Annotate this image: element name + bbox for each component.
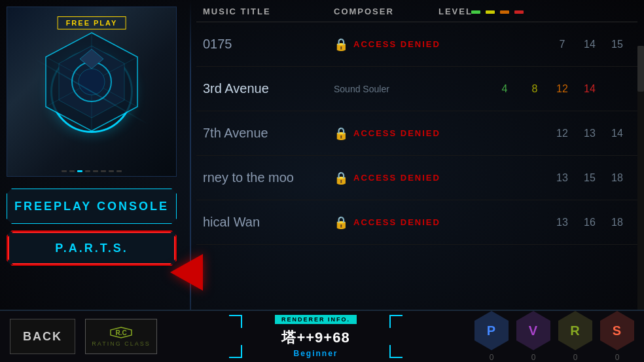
corner-deco-tl xyxy=(389,315,402,328)
dot-5 xyxy=(93,170,98,172)
red-arrow-icon xyxy=(170,254,203,291)
album-art: FREE PLAY xyxy=(7,7,177,177)
level-0175-2: 14 xyxy=(576,39,603,50)
access-denied-block-hical-wan: 🔒 ACCESS DENIED xyxy=(334,215,548,230)
freeplay-console-button[interactable]: FREEPLAY CONSOLE xyxy=(7,189,177,224)
table-header: MUSIC TITLE COMPOSER LEVEL xyxy=(196,0,637,22)
center-value: 塔++9+68 xyxy=(281,328,349,348)
level-3rd-avenue-4: 14 xyxy=(576,83,603,95)
song-row-journey[interactable]: rney to the moo 🔒 ACCESS DENIED 13 15 18 xyxy=(196,156,637,200)
right-panel: MUSIC TITLE COMPOSER LEVEL 0175 xyxy=(190,0,644,310)
rating-emblem-icon: R.C xyxy=(108,326,134,339)
nav-buttons: FREEPLAY CONSOLE P.A.R.T.S. xyxy=(7,189,183,266)
scrollbar-thumb[interactable] xyxy=(637,46,644,92)
level-7th-avenue-3: 14 xyxy=(603,128,631,139)
level-header: LEVEL xyxy=(438,7,471,22)
level-hical-wan-1: 13 xyxy=(548,217,576,228)
song-title-journey: rney to the moo xyxy=(203,170,334,185)
svg-point-7 xyxy=(79,69,105,95)
song-list: 0175 🔒 ACCESS DENIED 7 14 15 3rd Avenue … xyxy=(196,22,637,310)
rating-class-panel[interactable]: R.C RATING CLASS xyxy=(85,319,157,354)
level-journey-3: 18 xyxy=(603,172,631,184)
album-art-svg xyxy=(13,13,170,170)
stat-r: R 0 xyxy=(558,311,592,362)
center-info: RENDERER INFO. 塔++9+68 Beginner xyxy=(167,315,465,358)
level-hical-wan-2: 16 xyxy=(576,217,603,228)
composer-3rd-avenue: Sound Souler xyxy=(334,84,488,94)
level-3rd-avenue-1: 4 xyxy=(488,83,521,95)
song-title-hical-wan: hical Wan xyxy=(203,215,334,230)
music-title-header: MUSIC TITLE xyxy=(203,7,334,22)
access-denied-block-journey: 🔒 ACCESS DENIED xyxy=(334,171,548,185)
center-sub: Beginner xyxy=(293,349,338,358)
composer-header: COMPOSER xyxy=(334,7,438,22)
access-denied-text-hical-wan: ACCESS DENIED xyxy=(353,217,440,227)
hex-p-count: 0 xyxy=(490,353,494,362)
song-row-3rd-avenue[interactable]: 3rd Avenue Sound Souler 4 8 12 14 xyxy=(196,67,637,111)
corner-deco-bl xyxy=(389,345,402,358)
top-area: FREE PLAY xyxy=(0,0,644,310)
level-journey-2: 15 xyxy=(576,172,603,184)
dot-1 xyxy=(62,170,67,172)
dot-6 xyxy=(101,170,106,172)
level-7th-avenue-2: 13 xyxy=(576,128,603,139)
left-panel: FREE PLAY xyxy=(0,0,190,310)
parts-button[interactable]: P.A.R.T.S. xyxy=(7,230,177,266)
song-title-3rd-avenue: 3rd Avenue xyxy=(203,81,334,96)
song-row-hical-wan[interactable]: hical Wan 🔒 ACCESS DENIED 13 16 18 xyxy=(196,200,637,245)
scrollbar-track[interactable] xyxy=(637,46,644,310)
renderer-badge: RENDERER INFO. xyxy=(275,315,357,324)
level-0175-1: 7 xyxy=(548,39,576,50)
level-color-row xyxy=(471,7,581,19)
level-3rd-avenue-3: 12 xyxy=(548,83,576,95)
level-journey-1: 13 xyxy=(548,172,576,184)
level-7th-avenue-1: 12 xyxy=(548,128,576,139)
hex-s-shape: S xyxy=(600,311,634,350)
corner-deco-br xyxy=(229,345,242,358)
stat-p: P 0 xyxy=(474,311,509,362)
song-title-0175: 0175 xyxy=(203,37,334,52)
hex-p-shape: P xyxy=(474,311,509,350)
rating-class-label: RATING CLASS xyxy=(92,340,150,347)
level-0175-3: 15 xyxy=(603,39,631,50)
lock-icon-hical-wan: 🔒 xyxy=(334,215,348,230)
hex-v-shape: V xyxy=(516,311,550,350)
stat-v: V 0 xyxy=(516,311,550,362)
lock-icon-journey: 🔒 xyxy=(334,171,348,185)
stats-area: P 0 V 0 R 0 S 0 xyxy=(474,311,634,362)
dot-7 xyxy=(109,170,114,172)
song-title-7th-avenue: 7th Avenue xyxy=(203,126,334,141)
level-3rd-avenue-2: 8 xyxy=(521,83,548,95)
svg-text:R.C: R.C xyxy=(115,329,126,336)
access-denied-block-7th-avenue: 🔒 ACCESS DENIED xyxy=(334,126,548,141)
song-row-0175[interactable]: 0175 🔒 ACCESS DENIED 7 14 15 xyxy=(196,22,637,67)
level-hical-wan-3: 18 xyxy=(603,217,631,228)
hex-r-count: 0 xyxy=(573,353,578,362)
access-denied-text-journey: ACCESS DENIED xyxy=(353,173,440,183)
bottom-bar: BACK R.C RATING CLASS RENDERER INFO. 塔++… xyxy=(0,310,644,362)
access-denied-block-0175: 🔒 ACCESS DENIED xyxy=(334,37,548,52)
hex-s-count: 0 xyxy=(615,353,620,362)
lock-icon-0175: 🔒 xyxy=(334,37,348,52)
arrow-indicator xyxy=(170,254,203,291)
song-row-7th-avenue[interactable]: 7th Avenue 🔒 ACCESS DENIED 12 13 14 xyxy=(196,111,637,156)
back-button[interactable]: BACK xyxy=(10,319,75,354)
stat-s: S 0 xyxy=(600,311,634,362)
level-color-expert xyxy=(514,10,524,14)
main-container: FREE PLAY xyxy=(0,0,644,362)
access-denied-text-0175: ACCESS DENIED xyxy=(353,39,440,49)
lock-icon-7th-avenue: 🔒 xyxy=(334,126,348,141)
dot-2 xyxy=(69,170,75,172)
hex-r-shape: R xyxy=(558,311,592,350)
album-art-inner xyxy=(7,7,176,176)
dot-4 xyxy=(85,170,90,172)
hex-v-count: 0 xyxy=(531,353,536,362)
level-color-normal xyxy=(486,10,495,14)
dot-3 xyxy=(77,170,82,172)
corner-deco-tr xyxy=(229,315,242,328)
level-color-easy xyxy=(471,10,480,14)
dot-8 xyxy=(116,170,122,172)
access-denied-text-7th-avenue: ACCESS DENIED xyxy=(353,128,440,138)
level-color-hard xyxy=(500,10,509,14)
